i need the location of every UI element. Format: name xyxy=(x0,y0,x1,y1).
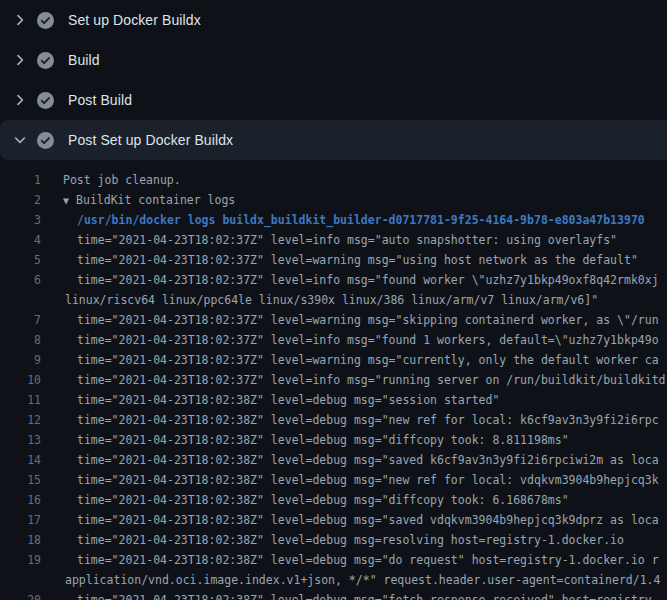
log-console: 1Post job cleanup.2▼BuildKit container l… xyxy=(0,160,667,600)
log-text: application/vnd.oci.image.index.v1+json,… xyxy=(41,570,660,590)
check-circle-icon xyxy=(37,132,54,149)
log-text: time="2021-04-23T18:02:37Z" level=warnin… xyxy=(41,310,659,330)
chevron-down-icon[interactable] xyxy=(12,132,28,148)
log-line: 20time="2021-04-23T18:02:38Z" level=debu… xyxy=(0,590,667,600)
log-text: time="2021-04-23T18:02:37Z" level=info m… xyxy=(41,370,666,390)
check-circle-icon xyxy=(37,12,54,29)
line-number[interactable]: 13 xyxy=(0,430,41,450)
log-text: time="2021-04-23T18:02:37Z" level=warnin… xyxy=(41,250,638,270)
step-title: Post Build xyxy=(68,92,132,108)
log-line: 7time="2021-04-23T18:02:37Z" level=warni… xyxy=(0,310,667,330)
chevron-right-icon[interactable] xyxy=(12,52,28,68)
step-list: Set up Docker Buildx Build Post Build xyxy=(0,0,667,160)
line-number[interactable]: 1 xyxy=(0,170,41,190)
log-text: time="2021-04-23T18:02:38Z" level=debug … xyxy=(41,530,624,550)
step-title: Set up Docker Buildx xyxy=(68,12,201,28)
line-number[interactable]: 5 xyxy=(0,250,41,270)
line-number xyxy=(0,570,41,590)
log-line: 6time="2021-04-23T18:02:37Z" level=info … xyxy=(0,270,667,290)
line-number[interactable]: 16 xyxy=(0,490,41,510)
log-line: 2▼BuildKit container logs xyxy=(0,190,667,210)
log-line: 13time="2021-04-23T18:02:38Z" level=debu… xyxy=(0,430,667,450)
log-text: time="2021-04-23T18:02:37Z" level=info m… xyxy=(41,330,659,350)
log-line: 17time="2021-04-23T18:02:38Z" level=debu… xyxy=(0,510,667,530)
log-line: 15time="2021-04-23T18:02:38Z" level=debu… xyxy=(0,470,667,490)
log-text: ▼BuildKit container logs xyxy=(41,190,235,210)
line-number[interactable]: 11 xyxy=(0,390,41,410)
log-text: time="2021-04-23T18:02:38Z" level=debug … xyxy=(41,550,659,570)
log-text: time="2021-04-23T18:02:38Z" level=debug … xyxy=(41,390,499,410)
log-line: 11time="2021-04-23T18:02:38Z" level=debu… xyxy=(0,390,667,410)
log-text: Post job cleanup. xyxy=(41,170,181,190)
log-text: time="2021-04-23T18:02:38Z" level=debug … xyxy=(41,430,569,450)
line-number[interactable]: 8 xyxy=(0,330,41,350)
log-line: 8time="2021-04-23T18:02:37Z" level=info … xyxy=(0,330,667,350)
log-line: linux/riscv64 linux/ppc64le linux/s390x … xyxy=(0,290,667,310)
log-text: time="2021-04-23T18:02:37Z" level=info m… xyxy=(41,230,617,250)
log-text: time="2021-04-23T18:02:38Z" level=debug … xyxy=(41,510,659,530)
line-number[interactable]: 14 xyxy=(0,450,41,470)
line-number[interactable]: 6 xyxy=(0,270,41,290)
step-title: Post Set up Docker Buildx xyxy=(68,132,233,148)
log-command-text: /usr/bin/docker logs buildx_buildkit_bui… xyxy=(41,210,645,230)
chevron-right-icon[interactable] xyxy=(12,12,28,28)
log-text: linux/riscv64 linux/ppc64le linux/s390x … xyxy=(41,290,598,310)
check-circle-icon xyxy=(37,92,54,109)
log-text: time="2021-04-23T18:02:37Z" level=warnin… xyxy=(41,350,659,370)
line-number[interactable]: 18 xyxy=(0,530,41,550)
step-title: Build xyxy=(68,52,100,68)
log-line: 4time="2021-04-23T18:02:37Z" level=info … xyxy=(0,230,667,250)
line-number[interactable]: 17 xyxy=(0,510,41,530)
log-line: 16time="2021-04-23T18:02:38Z" level=debu… xyxy=(0,490,667,510)
log-line: 1Post job cleanup. xyxy=(0,170,667,190)
line-number[interactable]: 7 xyxy=(0,310,41,330)
group-collapse-triangle-icon[interactable]: ▼ xyxy=(63,195,69,206)
line-number[interactable]: 2 xyxy=(0,190,41,210)
line-number[interactable]: 20 xyxy=(0,590,41,600)
line-number[interactable]: 15 xyxy=(0,470,41,490)
line-number[interactable]: 4 xyxy=(0,230,41,250)
github-actions-log-viewer: Set up Docker Buildx Build Post Build xyxy=(0,0,667,600)
step-header-set-up-docker-buildx[interactable]: Set up Docker Buildx xyxy=(0,0,667,40)
log-line: 5time="2021-04-23T18:02:37Z" level=warni… xyxy=(0,250,667,270)
log-text: time="2021-04-23T18:02:38Z" level=debug … xyxy=(41,450,659,470)
log-line: 14time="2021-04-23T18:02:38Z" level=debu… xyxy=(0,450,667,470)
log-line: 9time="2021-04-23T18:02:37Z" level=warni… xyxy=(0,350,667,370)
log-line: 19time="2021-04-23T18:02:38Z" level=debu… xyxy=(0,550,667,570)
line-number[interactable]: 10 xyxy=(0,370,41,390)
log-text: time="2021-04-23T18:02:38Z" level=debug … xyxy=(41,410,659,430)
log-text: time="2021-04-23T18:02:38Z" level=debug … xyxy=(41,470,659,490)
line-number[interactable]: 9 xyxy=(0,350,41,370)
check-circle-icon xyxy=(37,52,54,69)
line-number xyxy=(0,290,41,310)
step-header-build[interactable]: Build xyxy=(0,40,667,80)
chevron-right-icon[interactable] xyxy=(12,92,28,108)
step-header-post-set-up-docker-buildx[interactable]: Post Set up Docker Buildx xyxy=(0,120,667,160)
step-header-post-build[interactable]: Post Build xyxy=(0,80,667,120)
log-text: time="2021-04-23T18:02:38Z" level=debug … xyxy=(41,590,659,600)
line-number[interactable]: 3 xyxy=(0,210,41,230)
log-line: 3/usr/bin/docker logs buildx_buildkit_bu… xyxy=(0,210,667,230)
line-number[interactable]: 19 xyxy=(0,550,41,570)
log-text: time="2021-04-23T18:02:38Z" level=debug … xyxy=(41,490,569,510)
log-line: 10time="2021-04-23T18:02:37Z" level=info… xyxy=(0,370,667,390)
log-group-title[interactable]: BuildKit container logs xyxy=(76,193,235,207)
log-text: time="2021-04-23T18:02:37Z" level=info m… xyxy=(41,270,659,290)
log-line: 12time="2021-04-23T18:02:38Z" level=debu… xyxy=(0,410,667,430)
line-number[interactable]: 12 xyxy=(0,410,41,430)
log-line: 18time="2021-04-23T18:02:38Z" level=debu… xyxy=(0,530,667,550)
log-line: application/vnd.oci.image.index.v1+json,… xyxy=(0,570,667,590)
